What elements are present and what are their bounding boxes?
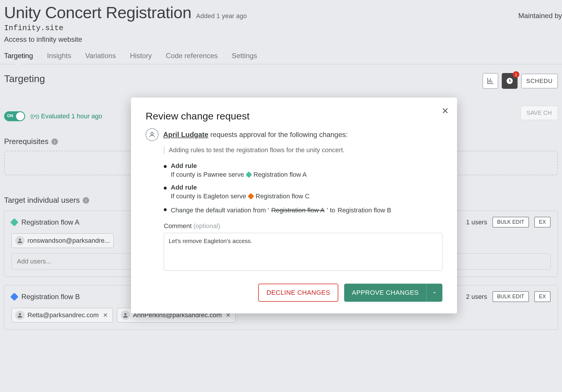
avatar-icon xyxy=(15,236,25,245)
evaluated-label: Evaluated 1 hour ago xyxy=(41,112,102,120)
diamond-icon xyxy=(245,171,252,178)
change-variation: Registration flow C xyxy=(256,192,310,200)
approve-dropdown[interactable] xyxy=(426,284,442,302)
bullet-icon xyxy=(164,208,167,211)
user-count: 1 users xyxy=(466,218,487,226)
info-icon[interactable]: i xyxy=(51,138,58,145)
bulk-edit-button[interactable]: BULK EDIT xyxy=(492,217,529,228)
comment-textarea[interactable] xyxy=(164,233,442,271)
default-change-to: Registration flow B xyxy=(338,207,391,214)
tab-settings[interactable]: Settings xyxy=(232,52,257,64)
remove-chip-icon[interactable]: ✕ xyxy=(102,312,109,319)
user-count: 2 users xyxy=(466,293,487,301)
clock-icon xyxy=(506,77,514,85)
requester-name[interactable]: April Ludgate xyxy=(163,131,208,138)
user-chip[interactable]: Retta@parksandrec.com ✕ xyxy=(11,308,113,322)
tab-targeting[interactable]: Targeting xyxy=(4,52,33,64)
schedule-button[interactable]: SCHEDU xyxy=(521,74,558,89)
svg-point-4 xyxy=(151,132,153,135)
chip-email: Retta@parksandrec.com xyxy=(27,311,99,319)
chart-icon xyxy=(486,77,494,85)
approve-button[interactable]: APPROVE CHANGES xyxy=(344,284,426,302)
toggle-knob xyxy=(16,112,24,120)
svg-point-1 xyxy=(19,239,21,241)
comment-label-text: Comment xyxy=(164,222,192,230)
chart-icon-button[interactable] xyxy=(482,73,498,89)
diamond-icon xyxy=(248,193,254,200)
tab-history[interactable]: History xyxy=(130,52,152,64)
requester-row: April Ludgate requests approval for the … xyxy=(146,128,442,141)
avatar-icon xyxy=(121,311,130,320)
decline-button[interactable]: DECLINE CHANGES xyxy=(258,284,338,302)
tab-variations[interactable]: Variations xyxy=(85,52,116,64)
pending-badge: 1 xyxy=(513,71,519,78)
target-users-label: Target individual users xyxy=(4,196,80,205)
tab-bar: Targeting Insights Variations History Co… xyxy=(0,44,562,64)
close-icon[interactable]: ✕ xyxy=(442,106,449,116)
save-changes-button[interactable]: SAVE CH xyxy=(520,106,558,120)
variation-name: Registration flow A xyxy=(21,218,80,226)
change-item: Change the default variation from 'Regis… xyxy=(164,205,442,214)
bullet-icon xyxy=(164,187,167,190)
bullet-icon xyxy=(164,165,167,168)
svg-point-3 xyxy=(124,313,126,315)
bulk-edit-button[interactable]: BULK EDIT xyxy=(492,291,529,302)
change-item: Add rule If county is Pawnee serve Regis… xyxy=(164,162,442,178)
prerequisites-label: Prerequisites xyxy=(4,137,49,146)
evaluated-text: ((•)) Evaluated 1 hour ago xyxy=(30,112,102,120)
clock-icon-button[interactable]: 1 xyxy=(502,73,518,89)
chip-email: ronswandson@parksandre... xyxy=(27,237,110,244)
maintained-by: Maintained by xyxy=(518,12,562,20)
comment-optional: (optional) xyxy=(193,222,220,230)
default-change-from: Registration flow A xyxy=(271,207,325,214)
diamond-icon xyxy=(10,218,18,226)
info-icon[interactable]: i xyxy=(83,197,89,204)
page-title: Unity Concert Registration xyxy=(4,3,192,22)
avatar-icon xyxy=(146,128,158,141)
change-item: Add rule If county is Eagleton serve Reg… xyxy=(164,184,442,200)
change-prefix: If county is Pawnee serve xyxy=(171,171,244,178)
default-change-mid: ' to xyxy=(327,207,335,214)
tab-code-references[interactable]: Code references xyxy=(166,52,218,64)
change-prefix: If county is Eagleton serve xyxy=(171,192,246,200)
chevron-down-icon xyxy=(432,290,437,295)
tab-insights[interactable]: Insights xyxy=(47,52,71,64)
comment-label: Comment (optional) xyxy=(164,222,442,230)
changes-list: Add rule If county is Pawnee serve Regis… xyxy=(164,162,442,214)
request-text: requests approval for the following chan… xyxy=(210,131,348,138)
added-ago: Added 1 year ago xyxy=(196,12,247,20)
page-header: Unity Concert Registration Added 1 year … xyxy=(0,0,562,44)
ex-button[interactable]: EX xyxy=(534,291,551,302)
avatar-icon xyxy=(15,311,25,320)
svg-point-2 xyxy=(19,313,21,315)
ex-button[interactable]: EX xyxy=(534,217,551,228)
section-title: Targeting xyxy=(4,73,45,84)
toggle-label: ON xyxy=(7,113,13,118)
modal-title: Review change request xyxy=(146,110,442,122)
change-title: Add rule xyxy=(171,162,307,170)
request-description: Adding rules to test the registration fl… xyxy=(164,146,442,154)
change-variation: Registration flow A xyxy=(254,171,307,178)
pulse-icon: ((•)) xyxy=(30,113,39,119)
user-chip[interactable]: ronswandson@parksandre... xyxy=(11,233,114,248)
default-change-prefix: Change the default variation from ' xyxy=(171,207,269,214)
variation-name: Registration flow B xyxy=(21,293,80,301)
site-description: Access to infinity website xyxy=(4,35,558,44)
review-change-modal: ✕ Review change request April Ludgate re… xyxy=(131,98,457,313)
site-code: Infinity.site xyxy=(4,24,558,32)
flag-toggle[interactable]: ON xyxy=(4,111,25,121)
change-title: Add rule xyxy=(171,184,310,191)
diamond-icon xyxy=(10,292,18,301)
